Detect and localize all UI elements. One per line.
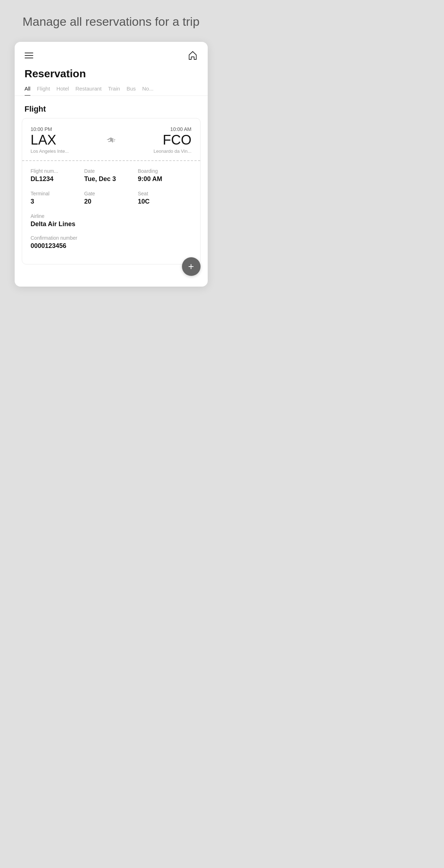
date-label: Date [84, 168, 138, 174]
flight-card: 10:00 PM LAX Los Angeles Inte... 10:00 A… [22, 118, 201, 264]
arrival-point: 10:00 AM FCO Leonardo da Vin... [153, 126, 191, 154]
detail-row-2: Terminal 3 Gate 20 Seat 10C [31, 191, 192, 205]
seat-item: Seat 10C [138, 191, 192, 205]
section-title-flight: Flight [15, 96, 208, 118]
arrival-code: FCO [163, 133, 191, 148]
departure-point: 10:00 PM LAX Los Angeles Inte... [31, 126, 69, 154]
tab-restaurant[interactable]: Restaurant [75, 86, 102, 96]
tab-hotel[interactable]: Hotel [56, 86, 69, 96]
hamburger-line-2 [25, 55, 33, 56]
arrival-airport: Leonardo da Vin... [153, 148, 191, 154]
flight-route: 10:00 PM LAX Los Angeles Inte... 10:00 A… [22, 118, 200, 160]
terminal-item: Terminal 3 [31, 191, 84, 205]
departure-airport: Los Angeles Inte... [31, 148, 69, 154]
add-button[interactable]: + [182, 257, 201, 276]
filter-tabs: All Flight Hotel Restaurant Train Bus No… [15, 86, 208, 96]
date-item: Date Tue, Dec 3 [84, 168, 138, 183]
app-header [15, 42, 208, 64]
hamburger-menu-button[interactable] [25, 53, 33, 58]
departure-time: 10:00 PM [31, 126, 52, 132]
date-value: Tue, Dec 3 [84, 175, 138, 183]
flight-number-value: DL1234 [31, 175, 84, 183]
flight-number-label: Flight num... [31, 168, 84, 174]
flight-number-item: Flight num... DL1234 [31, 168, 84, 183]
boarding-label: Boarding [138, 168, 192, 174]
gate-label: Gate [84, 191, 138, 196]
tab-all[interactable]: All [25, 86, 31, 96]
boarding-item: Boarding 9:00 AM [138, 168, 192, 183]
airline-value: Delta Air Lines [31, 220, 192, 228]
airline-section: Airline Delta Air Lines [31, 213, 192, 228]
confirmation-label: Confirmation number [31, 235, 192, 241]
plane-icon-wrap [69, 133, 153, 146]
boarding-value: 9:00 AM [138, 175, 192, 183]
terminal-label: Terminal [31, 191, 84, 196]
seat-value: 10C [138, 198, 192, 205]
page-title: Manage all reservations for a trip [0, 14, 222, 29]
terminal-value: 3 [31, 198, 84, 205]
home-icon[interactable] [188, 50, 198, 60]
tab-train[interactable]: Train [108, 86, 120, 96]
app-heading: Reservation [15, 64, 208, 86]
tab-flight[interactable]: Flight [37, 86, 50, 96]
arrival-time: 10:00 AM [170, 126, 191, 132]
departure-code: LAX [31, 133, 56, 148]
tab-more[interactable]: No... [142, 86, 154, 96]
fab-container: + [182, 257, 201, 276]
confirmation-section: Confirmation number 0000123456 [31, 235, 192, 250]
detail-row-1: Flight num... DL1234 Date Tue, Dec 3 Boa… [31, 168, 192, 183]
confirmation-value: 0000123456 [31, 242, 192, 250]
airline-label: Airline [31, 213, 192, 219]
hamburger-line-3 [25, 58, 33, 58]
gate-item: Gate 20 [84, 191, 138, 205]
flight-details: Flight num... DL1234 Date Tue, Dec 3 Boa… [22, 161, 200, 264]
plane-icon [105, 133, 118, 146]
seat-label: Seat [138, 191, 192, 196]
app-container: Reservation All Flight Hotel Restaurant … [15, 42, 208, 287]
tab-bus[interactable]: Bus [127, 86, 136, 96]
hamburger-line-1 [25, 53, 33, 53]
add-icon: + [188, 262, 194, 272]
gate-value: 20 [84, 198, 138, 205]
